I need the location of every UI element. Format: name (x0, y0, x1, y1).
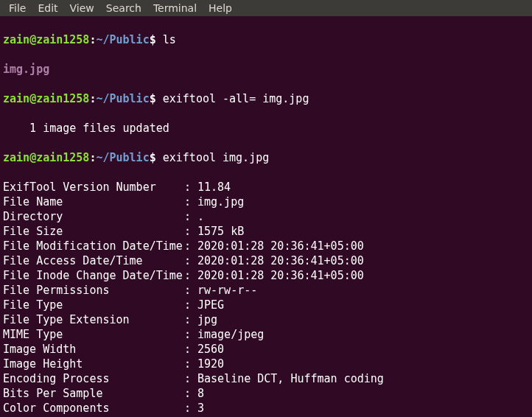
exif-label: File Name (3, 195, 184, 209)
exif-sep: : (184, 312, 197, 327)
exif-label: Color Components (3, 401, 184, 416)
command-exiftool-strip: exiftool -all= img.jpg (163, 92, 309, 105)
exif-row: Directory: . (3, 209, 529, 224)
exif-row: File Inode Change Date/Time: 2020:01:28 … (3, 268, 529, 283)
exif-row: ExifTool Version Number: 11.84 (3, 180, 529, 195)
prompt-host: zain1258 (36, 33, 89, 46)
exif-row: File Permissions: rw-rw-r-- (3, 283, 529, 298)
command-exiftool-read: exiftool img.jpg (163, 151, 270, 164)
output-updated: 1 image files updated (3, 121, 529, 136)
exif-sep: : (184, 342, 197, 357)
prompt-dollar: $ (150, 33, 156, 46)
exif-value: 2020:01:28 20:36:41+05:00 (197, 269, 364, 282)
exif-value: rw-rw-r-- (197, 284, 257, 297)
exif-label: File Size (3, 224, 184, 239)
exif-row: Encoding Process: Baseline DCT, Huffman … (3, 371, 529, 386)
exif-sep: : (184, 401, 197, 416)
exif-label: Image Width (3, 342, 184, 357)
exif-row: Bits Per Sample: 8 (3, 386, 529, 401)
exif-sep: : (184, 224, 197, 239)
menu-edit[interactable]: Edit (32, 1, 63, 15)
exif-row: File Type Extension: jpg (3, 312, 529, 327)
prompt-line-3: zain@zain1258:~/Public$ exiftool img.jpg (3, 150, 529, 165)
exif-sep: : (184, 195, 197, 209)
menu-terminal[interactable]: Terminal (147, 1, 203, 15)
exif-label: Directory (3, 209, 184, 224)
exif-label: File Type Extension (3, 312, 184, 327)
exif-sep: : (184, 253, 197, 268)
exif-sep: : (184, 371, 197, 386)
exif-row: File Modification Date/Time: 2020:01:28 … (3, 239, 529, 253)
exif-sep: : (184, 268, 197, 283)
menu-file[interactable]: File (3, 1, 32, 15)
exif-value: image/jpeg (197, 328, 264, 341)
exif-row: MIME Type: image/jpeg (3, 327, 529, 342)
prompt-line-1: zain@zain1258:~/Public$ ls (3, 32, 529, 47)
menu-help[interactable]: Help (203, 1, 238, 15)
prompt-path: ~/Public (96, 33, 149, 46)
exif-sep: : (184, 298, 197, 312)
exif-value: img.jpg (197, 195, 244, 208)
exif-sep: : (184, 357, 197, 371)
terminal-area[interactable]: zain@zain1258:~/Public$ ls img.jpg zain@… (0, 16, 532, 417)
exif-sep: : (184, 283, 197, 298)
exif-label: Bits Per Sample (3, 386, 184, 401)
command-ls-1: ls (163, 33, 176, 46)
file-img-jpg: img.jpg (3, 63, 49, 76)
exif-value: JPEG (197, 298, 224, 312)
exif-label: Encoding Process (3, 371, 184, 386)
exif-label: File Access Date/Time (3, 253, 184, 268)
exif-value: 2020:01:28 20:36:41+05:00 (197, 254, 364, 267)
exif-value: 1575 kB (197, 225, 244, 238)
exif-value: 11.84 (197, 181, 231, 194)
exif-row: File Name: img.jpg (3, 195, 529, 209)
exif-label: MIME Type (3, 327, 184, 342)
exif-label: File Modification Date/Time (3, 239, 184, 253)
exif-sep: : (184, 180, 197, 195)
prompt-line-2: zain@zain1258:~/Public$ exiftool -all= i… (3, 91, 529, 106)
exif-row: File Access Date/Time: 2020:01:28 20:36:… (3, 253, 529, 268)
exif-value: jpg (197, 313, 217, 326)
exif-value: . (197, 210, 204, 223)
menubar: File Edit View Search Terminal Help (0, 0, 532, 16)
exif-label: File Permissions (3, 283, 184, 298)
exif-row: File Type: JPEG (3, 298, 529, 312)
exif-value: 2020:01:28 20:36:41+05:00 (197, 239, 364, 253)
exif-sep: : (184, 327, 197, 342)
exif-sep: : (184, 209, 197, 224)
exif-row: Color Components: 3 (3, 401, 529, 416)
prompt-user: zain (3, 33, 29, 46)
exif-value: 3 (197, 402, 204, 415)
exif-label: File Inode Change Date/Time (3, 268, 184, 283)
menu-search[interactable]: Search (100, 1, 147, 15)
output-ls-1: img.jpg (3, 62, 529, 77)
exif-value: 8 (197, 387, 204, 400)
menu-view[interactable]: View (64, 1, 100, 15)
exif-label: ExifTool Version Number (3, 180, 184, 195)
exif-row: Image Width: 2560 (3, 342, 529, 357)
exif-row: File Size: 1575 kB (3, 224, 529, 239)
prompt-at: @ (29, 33, 36, 46)
exif-value: 1920 (197, 357, 224, 371)
exif-sep: : (184, 386, 197, 401)
exif-sep: : (184, 239, 197, 253)
exif-value: Baseline DCT, Huffman coding (197, 372, 384, 385)
exif-label: Image Height (3, 357, 184, 371)
exif-label: File Type (3, 298, 184, 312)
exif-row: Image Height: 1920 (3, 357, 529, 371)
exif-value: 2560 (197, 343, 224, 356)
